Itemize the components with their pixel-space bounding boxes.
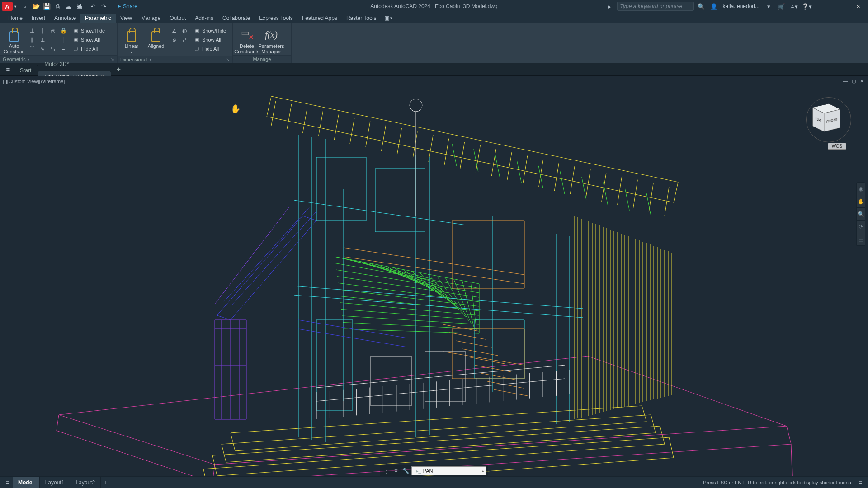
- app-switcher-icon[interactable]: ◬▾: [788, 2, 799, 11]
- menu-overflow-icon[interactable]: ▣: [384, 15, 389, 21]
- search-input[interactable]: Type a keyword or phrase: [617, 2, 694, 11]
- status-customize-icon[interactable]: ≡: [855, 479, 865, 486]
- constraint-smooth-icon[interactable]: ∿: [38, 44, 47, 53]
- svg-line-128: [231, 211, 316, 306]
- qat-new-icon[interactable]: ▫: [20, 2, 30, 11]
- user-dropdown-icon[interactable]: ▾: [763, 2, 774, 11]
- drawing-canvas[interactable]: [0, 76, 868, 478]
- geo-showall-button[interactable]: ▣Show All: [70, 35, 107, 44]
- menu-item-manage[interactable]: Manage: [137, 14, 165, 23]
- svg-line-126: [494, 389, 530, 396]
- maximize-button[interactable]: ▢: [834, 0, 850, 13]
- share-button[interactable]: ➤ Share: [117, 3, 137, 9]
- svg-line-38: [382, 125, 386, 151]
- svg-line-49: [554, 163, 559, 191]
- dim-convert-icon[interactable]: ⇄: [179, 35, 189, 44]
- menu-item-annotate[interactable]: Annotate: [50, 14, 80, 23]
- menu-item-featured-apps[interactable]: Featured Apps: [297, 14, 342, 23]
- menu-item-home[interactable]: Home: [4, 14, 27, 23]
- app-menu-button[interactable]: A: [2, 2, 13, 11]
- constraint-perpendicular-icon[interactable]: ⊥: [38, 35, 47, 44]
- svg-line-78: [337, 277, 479, 297]
- dim-angular-icon[interactable]: ∠: [169, 26, 179, 35]
- menu-item-collaborate[interactable]: Collaborate: [218, 14, 255, 23]
- qat-plot-icon[interactable]: 🖶: [74, 2, 84, 11]
- minimize-button[interactable]: —: [817, 0, 834, 13]
- cmd-options-icon[interactable]: 🔧: [402, 467, 410, 475]
- command-value: PAN: [423, 468, 433, 474]
- linear-dim-button[interactable]: Linear▾: [120, 26, 143, 56]
- cmd-close-icon[interactable]: ✕: [392, 467, 400, 475]
- menu-item-view[interactable]: View: [116, 14, 137, 23]
- constraint-vertical-icon[interactable]: │: [58, 35, 68, 44]
- cmd-customize-icon[interactable]: ⋮: [382, 467, 390, 475]
- panel-title-geometric: Geometric: [3, 56, 26, 62]
- svg-line-39: [397, 128, 401, 155]
- svg-line-94: [603, 183, 608, 205]
- svg-line-40: [413, 131, 417, 158]
- doc-tab-start[interactable]: Start: [14, 65, 38, 76]
- menu-item-parametric[interactable]: Parametric: [80, 14, 116, 23]
- menu-item-raster-tools[interactable]: Raster Tools: [342, 14, 381, 23]
- svg-line-33: [303, 108, 307, 133]
- panel-title-dimensional: Dimensional: [120, 57, 148, 62]
- constraint-fix-icon[interactable]: 🔒: [58, 26, 68, 35]
- svg-line-45: [491, 149, 496, 176]
- svg-line-42: [444, 139, 449, 165]
- constraint-collinear-icon[interactable]: ∥: [38, 26, 47, 35]
- dim-hideall-button[interactable]: ▢Hide All: [191, 44, 228, 53]
- cart-icon[interactable]: 🛒: [776, 2, 787, 11]
- svg-line-0: [57, 415, 59, 431]
- qat-web-icon[interactable]: ☁: [63, 2, 73, 11]
- svg-line-119: [449, 333, 486, 339]
- dim-showall-button[interactable]: ▣Show All: [191, 35, 228, 44]
- search-caret-icon[interactable]: ▸: [604, 2, 615, 11]
- svg-line-118: [443, 324, 479, 331]
- geo-showhide-button[interactable]: ▣Show/Hide: [70, 26, 107, 35]
- close-button[interactable]: ✕: [850, 0, 866, 13]
- auto-constrain-button[interactable]: Auto Constrain: [3, 26, 25, 55]
- new-layout-button[interactable]: +: [101, 479, 111, 486]
- qat-save-icon[interactable]: 💾: [42, 2, 52, 11]
- constraint-parallel-icon[interactable]: ∥: [27, 35, 37, 44]
- svg-line-124: [481, 373, 517, 380]
- svg-line-64: [394, 268, 453, 302]
- qat-open-icon[interactable]: 📂: [31, 2, 41, 11]
- menu-item-output[interactable]: Output: [165, 14, 190, 23]
- qat-redo-icon[interactable]: ↷: [99, 2, 109, 11]
- layout-tab-layout1[interactable]: Layout1: [40, 477, 71, 488]
- doc-tab[interactable]: Motor 3D*: [38, 59, 111, 70]
- menu-item-express-tools[interactable]: Express Tools: [255, 14, 297, 23]
- dim-diameter-icon[interactable]: ⌀: [169, 35, 179, 44]
- constraint-symmetric-icon[interactable]: ⇆: [48, 44, 58, 53]
- doc-tabs-menu-icon[interactable]: ≡: [3, 66, 14, 73]
- layout-tab-model[interactable]: Model: [13, 477, 40, 488]
- svg-line-105: [294, 295, 583, 318]
- constraint-equal-icon[interactable]: =: [58, 44, 68, 53]
- constraint-concentric-icon[interactable]: ◎: [48, 26, 58, 35]
- qat-saveas-icon[interactable]: ⎙: [52, 2, 62, 11]
- parameters-manager-button[interactable]: f(x) Parameters Manager: [260, 26, 283, 55]
- user-name[interactable]: kaila.tenedori...: [723, 3, 760, 9]
- menu-item-add-ins[interactable]: Add-ins: [190, 14, 218, 23]
- dim-radius-icon[interactable]: ◐: [179, 26, 189, 35]
- command-line-input[interactable]: ▸_ PAN: [412, 466, 486, 475]
- constraint-coincident-icon[interactable]: ⊥: [27, 26, 37, 35]
- search-icon[interactable]: 🔍: [696, 2, 707, 11]
- dim-showhide-button[interactable]: ▣Show/Hide: [191, 26, 228, 35]
- constraint-horizontal-icon[interactable]: —: [48, 35, 58, 44]
- constraint-tangent-icon[interactable]: ⌒: [27, 44, 37, 53]
- layout-tabs-menu-icon[interactable]: ≡: [3, 479, 13, 486]
- menu-item-insert[interactable]: Insert: [27, 14, 50, 23]
- aligned-dim-button[interactable]: Aligned: [145, 26, 167, 50]
- help-icon[interactable]: ❔▾: [801, 2, 812, 11]
- svg-line-36: [350, 118, 354, 144]
- svg-line-92: [560, 171, 565, 194]
- layout-tab-layout2[interactable]: Layout2: [70, 477, 101, 488]
- new-doc-tab-button[interactable]: +: [113, 66, 124, 74]
- delete-constraints-button[interactable]: Delete Constraints: [236, 26, 258, 55]
- qat-undo-icon[interactable]: ↶: [88, 2, 98, 11]
- svg-line-93: [582, 177, 586, 199]
- geo-hideall-button[interactable]: ▢Hide All: [70, 44, 107, 53]
- user-icon[interactable]: 👤: [708, 2, 719, 11]
